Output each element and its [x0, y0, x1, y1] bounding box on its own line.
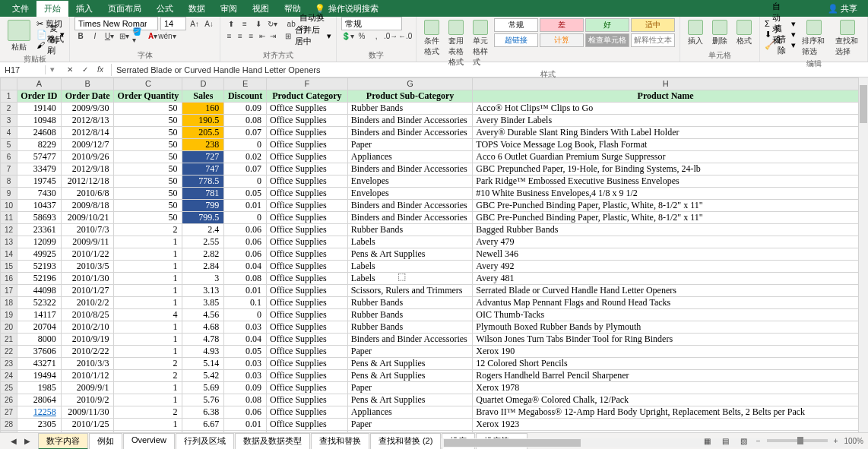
row-head[interactable]: 14: [1, 248, 17, 261]
style-box-常规[interactable]: 常规: [494, 18, 538, 32]
cell[interactable]: 50: [114, 188, 182, 200]
cell[interactable]: 238: [182, 139, 224, 151]
cell[interactable]: 12 Colored Short Pencils: [473, 358, 859, 370]
style-box-差[interactable]: 差: [540, 18, 584, 32]
cell[interactable]: Avery® Durable Slant Ring Binders With L…: [473, 127, 859, 139]
row-head[interactable]: 18: [1, 297, 17, 309]
cell[interactable]: 2.84: [182, 261, 224, 273]
cell[interactable]: Rubber Bands: [347, 297, 473, 309]
fx-icon[interactable]: fx: [94, 64, 106, 76]
sheet-nav-prev-icon[interactable]: ◀: [8, 435, 20, 447]
cell[interactable]: 24608: [17, 127, 62, 139]
cell[interactable]: Pens & Art Supplies: [347, 370, 473, 382]
col-head-A[interactable]: A: [17, 78, 62, 90]
cell[interactable]: Serrated Blade or Curved Handle Hand Let…: [473, 285, 859, 297]
dec-font-icon[interactable]: A↓: [203, 17, 215, 30]
cell[interactable]: 50: [114, 175, 182, 188]
cell[interactable]: 2010/9/2: [61, 394, 114, 406]
sheet-tab[interactable]: 数据及数据类型: [235, 433, 310, 450]
cell[interactable]: 0.04: [224, 334, 267, 346]
indent-dec-icon[interactable]: ⇤: [258, 30, 266, 42]
cell[interactable]: Office Supplies: [267, 127, 348, 139]
row-head[interactable]: 3: [1, 115, 17, 127]
cell[interactable]: 4: [114, 309, 182, 321]
cell[interactable]: 2010/6/8: [61, 188, 114, 200]
cell[interactable]: 0.05: [224, 188, 267, 200]
zoom-slider[interactable]: [767, 439, 828, 442]
cell[interactable]: 19140: [17, 103, 62, 115]
align-mid-icon[interactable]: ≡: [239, 17, 250, 30]
cond-format-button[interactable]: 条件格式: [421, 18, 442, 58]
cell[interactable]: 28064: [17, 394, 62, 406]
cell[interactable]: 747: [182, 163, 224, 175]
cell[interactable]: Labels: [347, 273, 473, 285]
row-head[interactable]: 23: [1, 358, 17, 370]
cell[interactable]: Appliances: [347, 406, 473, 419]
cell[interactable]: Pens & Art Supplies: [347, 248, 473, 261]
cell[interactable]: 2009/8/18: [61, 200, 114, 212]
cell[interactable]: 0.08: [224, 273, 267, 285]
cell[interactable]: 8229: [17, 139, 62, 151]
view-layout-icon[interactable]: ▤: [720, 435, 732, 447]
cell[interactable]: 0.05: [224, 346, 267, 358]
cell[interactable]: 2010/1/22: [61, 248, 114, 261]
cell[interactable]: 6.67: [182, 419, 224, 431]
cell[interactable]: 2009/9/30: [61, 103, 114, 115]
style-box-检查单元格[interactable]: 检查单元格: [585, 33, 629, 47]
cell[interactable]: 2010/1/12: [61, 370, 114, 382]
cell[interactable]: Office Supplies: [267, 175, 348, 188]
cell[interactable]: 0.09: [224, 103, 267, 115]
cell[interactable]: Avery 481: [473, 273, 859, 285]
cell[interactable]: 5.42: [182, 370, 224, 382]
cell[interactable]: 44098: [17, 285, 62, 297]
cell[interactable]: 0.03: [224, 321, 267, 334]
paste-button[interactable]: 粘贴: [5, 18, 33, 54]
sheet-tab[interactable]: 查找和替换: [311, 433, 369, 450]
cell[interactable]: Rubber Bands: [347, 321, 473, 334]
cell[interactable]: 0.04: [224, 261, 267, 273]
cell[interactable]: Office Supplies: [267, 370, 348, 382]
align-left-icon[interactable]: ≡: [225, 30, 233, 42]
cell[interactable]: 5.76: [182, 394, 224, 406]
cell[interactable]: 2010/1/30: [61, 273, 114, 285]
row-head[interactable]: 11: [1, 212, 17, 224]
cell[interactable]: 50: [114, 127, 182, 139]
cell[interactable]: Office Supplies: [267, 406, 348, 419]
cell[interactable]: 0: [224, 139, 267, 151]
cell[interactable]: Xerox 1923: [473, 419, 859, 431]
cell[interactable]: 2: [114, 370, 182, 382]
sort-filter-button[interactable]: 排序和筛选: [799, 18, 829, 58]
cell[interactable]: 2010/1/27: [61, 285, 114, 297]
cell[interactable]: 2: [114, 224, 182, 236]
cell[interactable]: Plymouth Boxed Rubber Bands by Plymouth: [473, 321, 859, 334]
cell[interactable]: Newell 346: [473, 248, 859, 261]
delete-cells-button[interactable]: 删除: [709, 18, 730, 48]
cell[interactable]: 0.06: [224, 236, 267, 248]
cell[interactable]: 0.06: [224, 224, 267, 236]
cell[interactable]: 10948: [17, 115, 62, 127]
cell[interactable]: 2009/9/11: [61, 236, 114, 248]
cell[interactable]: 4.93: [182, 346, 224, 358]
border-button[interactable]: ⊞▾: [118, 30, 130, 42]
cell[interactable]: 4.68: [182, 321, 224, 334]
cell[interactable]: Office Supplies: [267, 358, 348, 370]
select-all-corner[interactable]: [1, 78, 17, 90]
cell[interactable]: 4.56: [182, 309, 224, 321]
col-head-C[interactable]: C: [114, 78, 182, 90]
align-center-icon[interactable]: ≡: [236, 30, 244, 42]
cell[interactable]: 1: [114, 285, 182, 297]
cell[interactable]: 2009/11/30: [61, 406, 114, 419]
cell[interactable]: 0: [224, 175, 267, 188]
cell[interactable]: Avery 492: [473, 261, 859, 273]
cell[interactable]: GBC Pre-Punched Binding Paper, Plastic, …: [473, 212, 859, 224]
cell[interactable]: 781: [182, 188, 224, 200]
cell[interactable]: Office Supplies: [267, 334, 348, 346]
cell[interactable]: 43271: [17, 358, 62, 370]
format-painter-button[interactable]: 🖌 格式刷: [36, 40, 65, 50]
col-head-F[interactable]: F: [267, 78, 348, 90]
cell[interactable]: Envelopes: [347, 188, 473, 200]
cell[interactable]: TOPS Voice Message Log Book, Flash Forma…: [473, 139, 859, 151]
sheet-tab[interactable]: Overview: [123, 433, 175, 450]
cell[interactable]: Office Supplies: [267, 419, 348, 431]
tab-layout[interactable]: 页面布局: [100, 1, 149, 17]
